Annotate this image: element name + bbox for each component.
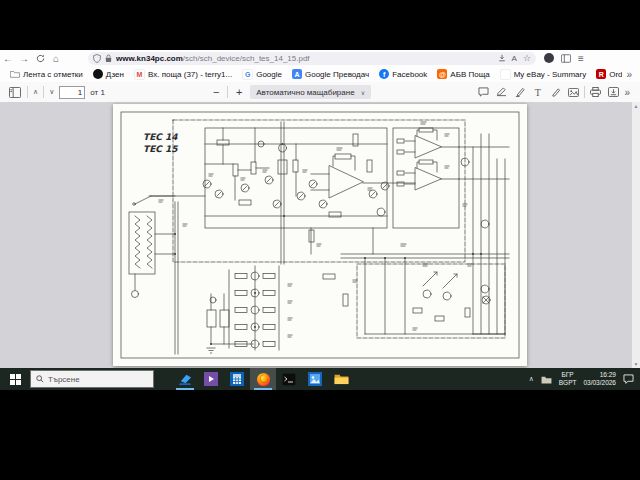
dzen-icon [93, 69, 103, 79]
letterbox-bottom [0, 390, 640, 480]
taskbar-app-remote[interactable] [172, 368, 198, 390]
chevron-down-icon: ∨ [361, 89, 365, 96]
orders-icon: R [596, 69, 606, 79]
photos-icon [308, 372, 322, 386]
command-prompt-icon [282, 373, 296, 386]
schematic-title-line1: ТЕС 14 [143, 132, 178, 142]
pdf-viewer-area[interactable]: ТЕС 14 ТЕС 15 ▲ ▼ [0, 102, 640, 368]
forward-icon[interactable]: → [16, 53, 32, 64]
url-host: www.kn34pc.com [116, 54, 183, 63]
system-tray: ∧ БГР BGPT 16:29 03/03/2026 [529, 368, 640, 390]
tray-app-icon[interactable] [541, 375, 552, 384]
bookmark-label: Дзен [106, 70, 124, 79]
pdf-toolbar: ∧ ∨ от 1 − + Автоматично мащабиране ∨ T [0, 82, 640, 103]
next-page-icon[interactable]: ∨ [49, 88, 54, 96]
hidden-icons-chevron[interactable]: ∧ [529, 375, 534, 383]
language-line2: BGPT [559, 379, 577, 386]
taskbar-app-photos[interactable] [302, 368, 328, 390]
bookmark-label: Google [256, 70, 282, 79]
zoom-select-value: Автоматично мащабиране [256, 88, 354, 97]
language-indicator[interactable]: БГР BGPT [559, 371, 577, 387]
comment-icon[interactable] [476, 85, 491, 100]
facebook-icon: f [379, 69, 389, 79]
search-icon [36, 375, 44, 383]
vertical-scrollbar[interactable]: ▲ ▼ [632, 102, 640, 368]
toggle-sidebar-icon[interactable] [7, 85, 22, 100]
menu-icon[interactable]: ≡ [578, 53, 584, 64]
schematic-title-line2: ТЕС 15 [143, 144, 178, 154]
windows-logo-icon [10, 374, 21, 385]
gmail-icon: M [134, 69, 145, 80]
signature-icon[interactable] [494, 85, 509, 100]
text-tool-icon[interactable]: T [530, 85, 545, 100]
page-count-label: от 1 [90, 88, 105, 97]
padlock-icon[interactable] [105, 54, 112, 63]
taskbar-app-firefox[interactable] [250, 368, 276, 390]
scroll-down-icon[interactable]: ▼ [634, 360, 639, 368]
zoom-in-button[interactable]: + [233, 86, 245, 98]
taskbar-app-file-explorer[interactable] [328, 368, 354, 390]
bookmark-label: Вх. поща (37) - terry1... [148, 70, 232, 79]
url-path: /sch/sch_device/sch_tes_14_15.pdf [183, 54, 310, 63]
language-line1: БГР [562, 371, 574, 378]
bookmarks-overflow-chevron[interactable]: » [622, 66, 636, 82]
schematic-drawing: ТЕС 14 ТЕС 15 [113, 104, 527, 366]
abv-mail-icon: @ [437, 69, 447, 79]
bookmark-abv-mail[interactable]: @ АБВ Поща [433, 67, 493, 81]
zoom-out-button[interactable]: − [210, 86, 222, 98]
ebay-icon [500, 69, 511, 80]
bookmark-dzen[interactable]: Дзен [89, 67, 128, 81]
back-icon[interactable]: ← [0, 53, 16, 64]
save-icon[interactable] [606, 85, 621, 100]
bookmark-gmail[interactable]: M Вх. поща (37) - terry1... [130, 67, 236, 81]
bookmark-folder[interactable]: Лента с отметки [6, 67, 87, 81]
zoom-select[interactable]: Автоматично мащабиране ∨ [250, 85, 371, 99]
scroll-up-icon[interactable]: ▲ [634, 102, 639, 110]
taskbar-app-movies-tv[interactable] [198, 368, 224, 390]
movies-tv-icon [204, 372, 218, 386]
firefox-icon [256, 372, 271, 387]
account-icon[interactable] [544, 53, 554, 63]
google-translate-icon: A [292, 69, 302, 79]
bookmark-star-icon[interactable]: ☆ [523, 53, 531, 63]
bookmark-ebay[interactable]: My eBay - Summary [496, 67, 590, 81]
action-center-icon[interactable] [623, 374, 634, 384]
clock[interactable]: 16:29 03/03/2026 [583, 371, 616, 387]
taskbar-app-calculator[interactable] [224, 368, 250, 390]
bookmarks-bar: Лента с отметки Дзен M Вх. поща (37) - t… [0, 66, 640, 83]
google-icon: G [242, 69, 253, 80]
more-tools-icon[interactable]: » [624, 87, 630, 98]
reload-icon[interactable] [32, 54, 48, 63]
url-bar[interactable]: www.kn34pc.com/sch/sch_device/sch_tes_14… [88, 52, 536, 65]
folder-icon [10, 69, 20, 79]
bookmark-label: АБВ Поща [450, 70, 489, 79]
image-tool-icon[interactable] [566, 85, 581, 100]
bookmark-label: Лента с отметки [23, 70, 83, 79]
taskbar-search[interactable]: Търсене [30, 370, 154, 388]
print-icon[interactable] [588, 85, 603, 100]
bookmark-label: Google Преводач [305, 70, 369, 79]
bookmark-facebook[interactable]: f Facebook [375, 67, 431, 81]
home-icon[interactable]: ⌂ [48, 53, 64, 64]
taskbar: Търсене ∧ БГР BGPT [0, 368, 640, 390]
highlight-icon[interactable] [512, 85, 527, 100]
taskbar-app-cmd[interactable] [276, 368, 302, 390]
sidebar-icon[interactable] [561, 54, 571, 63]
bookmark-google-translate[interactable]: A Google Преводач [288, 67, 373, 81]
url-text: www.kn34pc.com/sch/sch_device/sch_tes_14… [116, 54, 310, 63]
draw-icon[interactable] [548, 85, 563, 100]
start-button[interactable] [0, 368, 30, 390]
translate-icon[interactable]: A [512, 54, 517, 63]
letterbox-top [0, 0, 640, 50]
save-page-icon[interactable] [498, 54, 506, 62]
bookmark-label: Facebook [392, 70, 427, 79]
clock-time: 16:29 [600, 371, 616, 378]
bookmark-google[interactable]: G Google [238, 67, 286, 81]
shield-icon[interactable] [93, 54, 101, 63]
remote-app-icon [178, 372, 193, 386]
page-number-input[interactable] [59, 86, 85, 99]
clock-date: 03/03/2026 [583, 379, 616, 386]
bookmark-label: My eBay - Summary [514, 70, 586, 79]
pdf-page: ТЕС 14 ТЕС 15 [113, 104, 527, 366]
previous-page-icon[interactable]: ∧ [33, 88, 38, 96]
